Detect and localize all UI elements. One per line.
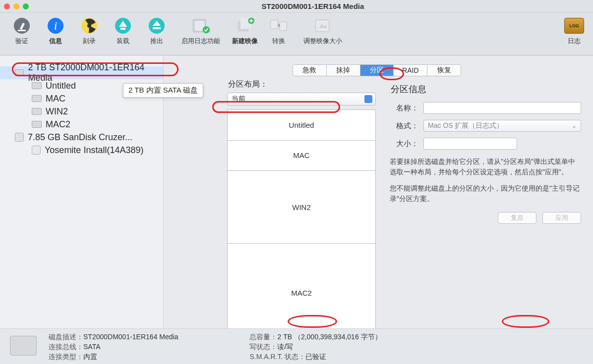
- disk-name: 7.85 GB SanDisk Cruzer...: [28, 132, 132, 143]
- internal-disk-icon: [15, 69, 24, 76]
- layout-value: 当前: [232, 95, 245, 104]
- tab-erase[interactable]: 抹掉: [327, 65, 360, 76]
- format-select[interactable]: Mac OS 扩展（日志式）: [423, 120, 581, 132]
- toolbar-label: 新建映像: [232, 37, 258, 46]
- partition-cell[interactable]: Untitled: [228, 110, 375, 141]
- svg-rect-17: [280, 22, 287, 31]
- sidebar-volume[interactable]: MAC: [0, 92, 163, 105]
- info-button[interactable]: i 信息: [44, 16, 67, 46]
- toolbar-label: 转换: [272, 37, 285, 46]
- volume-name: Yosemite Install(14A389): [45, 145, 143, 156]
- partition-diagram[interactable]: Untitled MAC WIN2 MAC2: [227, 109, 376, 343]
- format-value: Mac OS 扩展（日志式）: [428, 121, 503, 130]
- partition-cell[interactable]: WIN2: [228, 171, 375, 244]
- burn-button[interactable]: 刻录: [77, 16, 101, 46]
- svg-rect-16: [271, 20, 278, 29]
- enable-journaling-button[interactable]: 启用日志功能: [178, 16, 223, 46]
- volume-name: MAC2: [46, 119, 70, 130]
- partition-layout-column: 分区布局： 当前 ▾ Untitled MAC WIN2 MAC2 + − 选项: [227, 81, 376, 359]
- zoom-window-button[interactable]: [23, 3, 29, 9]
- svg-rect-1: [18, 30, 26, 31]
- volume-icon: [32, 82, 42, 89]
- layout-label: 分区布局：: [228, 79, 376, 90]
- partition-info-column: 分区信息 名称： 格式： Mac OS 扩展（日志式） 大小： 若要抹掉所选磁盘…: [390, 81, 581, 359]
- log-icon: LOG: [564, 16, 584, 36]
- mount-button[interactable]: 装载: [111, 16, 135, 46]
- tab-firstaid[interactable]: 急救: [293, 65, 327, 76]
- volume-name: Untitled: [46, 81, 76, 91]
- tab-partition[interactable]: 分区: [360, 65, 394, 76]
- footer-key: 连接总线：: [49, 343, 83, 351]
- footer-key: 写状态：: [249, 343, 277, 351]
- device-sidebar: 2 TB ST2000DM001-1ER164 Media Untitled M…: [0, 55, 164, 364]
- tab-raid[interactable]: RAID: [394, 65, 427, 76]
- toolbar-label: 启用日志功能: [181, 37, 220, 46]
- info-icon: i: [46, 16, 65, 36]
- footer-key: 磁盘描述：: [49, 333, 83, 341]
- volume-name: MAC: [46, 94, 65, 104]
- footer-value: 读/写: [277, 343, 293, 351]
- volume-icon: [32, 95, 42, 102]
- partition-size-input[interactable]: [423, 138, 517, 150]
- partition-cell[interactable]: MAC2: [228, 244, 375, 343]
- footer-key: S.M.A.R.T. 状态：: [249, 353, 305, 361]
- log-button[interactable]: LOG 日志: [562, 16, 586, 46]
- sidebar-volume[interactable]: Yosemite Install(14A389): [0, 144, 163, 156]
- footer-key: 总容量：: [249, 333, 277, 341]
- mount-icon: [113, 16, 133, 36]
- content-area: 急救 抹掉 分区 RAID 恢复 分区布局： 当前 ▾ Untitled MAC…: [164, 55, 593, 364]
- footer-value: 已验证: [305, 353, 326, 361]
- name-label: 名称：: [390, 104, 418, 113]
- sidebar-disk-0[interactable]: 2 TB ST2000DM001-1ER164 Media: [0, 66, 163, 79]
- revert-button[interactable]: 复原: [498, 212, 536, 224]
- mode-tabs: 急救 抹掉 分区 RAID 恢复: [293, 64, 461, 76]
- footer-value: 2 TB （2,000,398,934,016 字节）: [277, 333, 381, 341]
- new-image-button[interactable]: 新建映像: [233, 16, 257, 46]
- eject-button[interactable]: 推出: [145, 16, 169, 46]
- toolbar-label: 调整映像大小: [303, 37, 342, 46]
- window-controls: [4, 3, 29, 9]
- svg-rect-7: [120, 28, 125, 30]
- resize-image-button[interactable]: 调整映像大小: [300, 16, 345, 46]
- eject-icon: [147, 16, 167, 36]
- svg-point-12: [203, 26, 210, 34]
- verify-button[interactable]: 验证: [10, 16, 34, 46]
- toolbar-label: 日志: [568, 37, 581, 46]
- layout-select[interactable]: 当前 ▾: [227, 93, 376, 105]
- info-title: 分区信息: [391, 83, 581, 95]
- footer-value: ST2000DM001-1ER164 Media: [83, 333, 178, 341]
- disk-details-footer: 磁盘描述：ST2000DM001-1ER164 Media 连接总线：SATA …: [0, 328, 593, 364]
- footer-key: 连接类型：: [49, 353, 83, 361]
- disk-large-icon: [10, 336, 37, 356]
- installer-icon: [32, 146, 41, 155]
- convert-button[interactable]: 转换: [267, 16, 291, 46]
- new-image-icon: [235, 16, 255, 36]
- volume-icon: [32, 108, 42, 115]
- toolbar-label: 推出: [150, 37, 163, 46]
- resize-icon: [313, 16, 333, 36]
- footer-value: 内置: [83, 353, 97, 361]
- footer-value: SATA: [83, 343, 101, 351]
- convert-icon: [269, 16, 289, 36]
- partition-cell[interactable]: MAC: [228, 141, 375, 171]
- toolbar-label: 验证: [15, 37, 28, 46]
- external-disk-icon: [15, 133, 24, 142]
- window-title: ST2000DM001-1ER164 Media: [37, 2, 589, 10]
- format-label: 格式：: [390, 121, 418, 131]
- sidebar-volume[interactable]: WIN2: [0, 105, 163, 118]
- minimize-window-button[interactable]: [13, 3, 19, 9]
- microscope-icon: [12, 16, 32, 36]
- partition-name-input[interactable]: [423, 102, 581, 114]
- svg-rect-9: [153, 27, 161, 29]
- close-window-button[interactable]: [4, 3, 10, 9]
- svg-point-5: [87, 24, 91, 28]
- sidebar-volume[interactable]: MAC2: [0, 118, 163, 131]
- tab-restore[interactable]: 恢复: [427, 65, 461, 76]
- sidebar-disk-1[interactable]: 7.85 GB SanDisk Cruzer...: [0, 131, 163, 144]
- journal-icon: [191, 16, 211, 36]
- titlebar: ST2000DM001-1ER164 Media: [0, 0, 593, 13]
- size-label: 大小：: [390, 139, 418, 149]
- svg-text:i: i: [54, 19, 58, 32]
- toolbar: 验证 i 信息 刻录 装载 推出 启用日志功能 新建映像: [0, 13, 593, 55]
- apply-button[interactable]: 应用: [542, 212, 581, 224]
